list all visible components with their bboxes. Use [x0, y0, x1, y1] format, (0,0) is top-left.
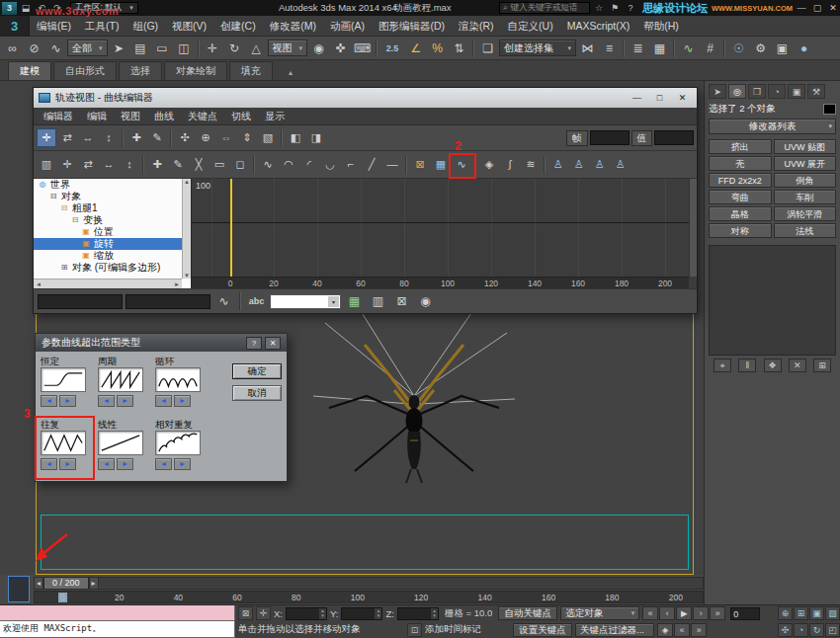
previous-frame-button[interactable]: ‹: [659, 606, 675, 620]
ce-menu-tangents[interactable]: 切线: [224, 108, 258, 125]
select-object-icon[interactable]: ➤: [109, 39, 129, 58]
menu-help[interactable]: 帮助(H): [636, 16, 686, 37]
align-icon[interactable]: ≡: [599, 39, 620, 58]
modifier-button-uvw-map[interactable]: UVW 贴图: [774, 139, 837, 154]
option-cycle[interactable]: 周期 ◄ ►: [96, 355, 152, 417]
tree-horizontal-scrollbar[interactable]: ◄►: [34, 279, 182, 288]
tree-item-objects[interactable]: ⊟ 对象: [34, 191, 182, 202]
apply-after-button[interactable]: ►: [174, 458, 191, 470]
biped-show-keys-icon[interactable]: ♙: [548, 155, 568, 174]
pin-stack-icon[interactable]: ⌖: [714, 359, 731, 372]
menu-tools[interactable]: 工具(T): [78, 16, 126, 37]
region-keys-icon[interactable]: ▭: [210, 155, 229, 174]
set-tangents-auto-icon[interactable]: ∿: [258, 155, 278, 174]
tab-display[interactable]: ▣: [788, 84, 805, 99]
menu-customize[interactable]: 自定义(U): [501, 16, 560, 37]
option-loop[interactable]: 循环 ◄ ►: [153, 355, 210, 417]
tree-item-icon[interactable]: ⊟: [48, 191, 58, 202]
modifier-button-turbosmooth[interactable]: 涡轮平滑: [774, 206, 837, 221]
set-key-button[interactable]: 设置关键点: [513, 623, 572, 637]
configure-modifier-sets-icon[interactable]: ⊞: [813, 359, 831, 372]
curve-preview[interactable]: [41, 367, 86, 392]
go-to-start-button[interactable]: «: [642, 606, 658, 620]
tree-item-icon[interactable]: ⊟: [59, 202, 69, 214]
move-keys-icon[interactable]: ✛: [37, 128, 56, 147]
curve-preview[interactable]: [98, 367, 143, 392]
tree-item-editable-poly[interactable]: ⊞ 对象 (可编辑多边形): [34, 262, 182, 274]
schematic-view-icon[interactable]: #: [700, 39, 720, 58]
menu-edit[interactable]: 编辑(E): [30, 16, 78, 37]
set-tangents-step-icon[interactable]: ⌐: [341, 155, 361, 174]
render-production-icon[interactable]: ●: [794, 39, 814, 58]
scale-keys-icon[interactable]: ↔: [99, 155, 119, 174]
select-and-scale-icon[interactable]: △: [246, 39, 267, 58]
application-button[interactable]: 3: [0, 16, 30, 37]
tree-vertical-scrollbar[interactable]: ▲▼: [182, 179, 191, 279]
param-out-of-range-icon[interactable]: ∿: [452, 155, 471, 174]
snap-frames-icon[interactable]: ▦: [431, 155, 451, 174]
y-coordinate-field[interactable]: ▴▾: [341, 607, 382, 620]
track-set-editor-icon[interactable]: ▦: [344, 291, 365, 311]
zoom-values-icon[interactable]: ⇕: [237, 128, 257, 147]
add-keys-icon[interactable]: ✚: [126, 128, 146, 147]
save-icon[interactable]: ⬓: [19, 3, 33, 13]
modifier-list-dropdown[interactable]: 修改器列表: [709, 119, 836, 134]
minimize-button[interactable]: —: [795, 3, 808, 13]
play-button[interactable]: ▶: [676, 606, 692, 620]
reference-coordinate-dropdown[interactable]: 视图: [268, 40, 308, 56]
apply-before-button[interactable]: ◄: [41, 395, 57, 407]
tab-hierarchy[interactable]: ❐: [748, 84, 766, 99]
scale-values-icon[interactable]: ↕: [99, 128, 119, 147]
key-stats-icon[interactable]: abc: [246, 291, 267, 311]
named-selection-set-combo[interactable]: 创建选择集: [499, 40, 576, 56]
dialog-help-button[interactable]: ?: [246, 337, 262, 350]
selection-stats-field-2[interactable]: [126, 294, 210, 309]
selection-lock-icon[interactable]: ⊠: [238, 606, 253, 620]
apply-before-button[interactable]: ◄: [98, 458, 115, 470]
zoom-all-icon[interactable]: ⊞: [794, 606, 808, 620]
modifier-button-lattice[interactable]: 晶格: [709, 206, 772, 221]
apply-after-button[interactable]: ►: [174, 395, 191, 407]
tree-item-icon[interactable]: ◍: [38, 179, 47, 191]
curve-preview[interactable]: [98, 431, 143, 455]
maximize-viewport-toggle-icon[interactable]: ◰: [825, 623, 840, 637]
modifier-button-symmetry[interactable]: 对称: [709, 223, 772, 238]
lock-selection-icon[interactable]: ⊠: [410, 155, 430, 174]
go-to-end-button[interactable]: »: [710, 606, 725, 620]
material-editor-icon[interactable]: ☉: [728, 39, 749, 58]
add-keys-icon[interactable]: ✚: [147, 155, 167, 174]
field-of-view-icon[interactable]: ◔: [794, 623, 808, 637]
ce-menu-curves[interactable]: 曲线: [147, 108, 181, 125]
current-time-line[interactable]: [230, 179, 232, 277]
menu-create[interactable]: 创建(C): [213, 16, 263, 37]
select-and-manipulate-icon[interactable]: ✜: [330, 39, 351, 58]
pan-icon[interactable]: ✣: [175, 128, 195, 147]
listener-history-row[interactable]: 欢迎使用 MAXScript。: [0, 621, 235, 638]
prompt-lock-icon[interactable]: ⊡: [407, 623, 422, 637]
selection-filter-dropdown[interactable]: 全部: [67, 40, 108, 56]
move-keys-icon[interactable]: ✛: [57, 155, 77, 174]
dialog-titlebar[interactable]: 参数曲线超出范围类型 ? ✕: [36, 334, 287, 352]
slide-keys-icon[interactable]: ⇄: [57, 128, 77, 147]
biped-horizontal-keys-icon[interactable]: ♙: [569, 155, 589, 174]
ok-button[interactable]: 确定: [232, 363, 282, 379]
insect-model[interactable]: [295, 305, 533, 527]
tree-item-icon[interactable]: ⊟: [70, 214, 80, 226]
next-key-button[interactable]: »: [691, 623, 707, 637]
apply-before-button[interactable]: ◄: [41, 458, 57, 470]
tree-item-cutui1[interactable]: ⊟ 粗腿1: [34, 202, 182, 214]
ce-menu-keys[interactable]: 关键点: [181, 108, 224, 125]
current-frame-field[interactable]: 0: [730, 607, 760, 620]
auto-key-button[interactable]: 自动关键点: [498, 606, 557, 620]
tree-item-scale[interactable]: ▣ 缩放: [34, 250, 182, 262]
graphite-ribbon-toggle-icon[interactable]: ▦: [649, 39, 670, 58]
modifier-button-lathe[interactable]: 车削: [774, 190, 837, 204]
rendered-frame-icon[interactable]: ▣: [772, 39, 793, 58]
select-and-link-icon[interactable]: ∞: [2, 39, 23, 58]
remove-modifier-icon[interactable]: ✕: [789, 359, 806, 372]
x-coordinate-field[interactable]: ▴▾: [286, 607, 327, 620]
time-slider-button[interactable]: 0 / 200: [43, 577, 89, 590]
orbit-icon[interactable]: ↻: [809, 623, 824, 637]
curve-preview[interactable]: [155, 367, 201, 392]
biped-turning-keys-icon[interactable]: ♙: [611, 155, 630, 174]
